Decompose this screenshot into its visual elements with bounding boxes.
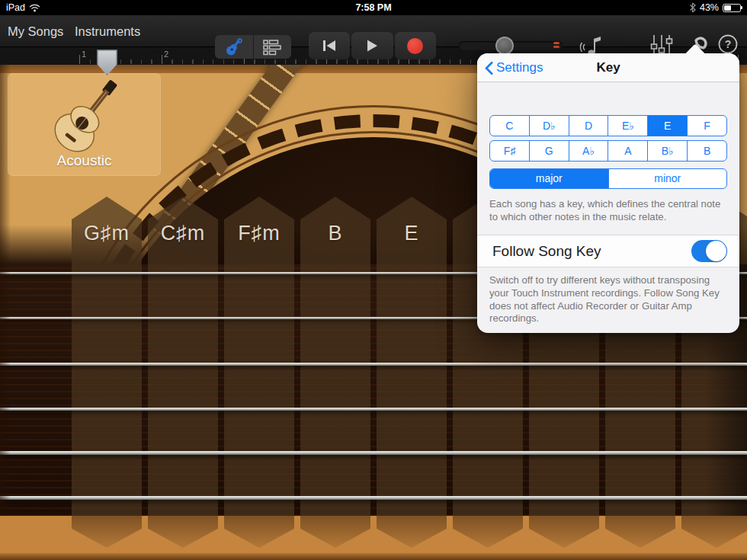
volume-slider-knob[interactable] xyxy=(495,37,514,55)
key-option-e-flat[interactable]: E♭ xyxy=(608,116,647,136)
follow-song-key-toggle-on[interactable] xyxy=(691,240,727,262)
transport-controls xyxy=(309,32,436,59)
strip-end-shadow xyxy=(148,516,218,548)
guitar-body-bottom xyxy=(0,516,747,560)
instrument-panel[interactable]: Acoustic xyxy=(8,73,161,176)
strip-end-shadow xyxy=(605,516,675,548)
acoustic-guitar-image xyxy=(39,76,130,158)
scale-option-minor[interactable]: minor xyxy=(608,169,727,188)
key-option-d-flat[interactable]: D♭ xyxy=(529,116,569,136)
chord-label: C♯m xyxy=(148,222,218,245)
chord-strip-gsharp-minor[interactable]: G♯m xyxy=(72,197,142,516)
strip-end-shadow xyxy=(377,516,447,548)
key-description: Each song has a key, which defines the c… xyxy=(489,198,727,223)
garageband-screen: iPad 7:58 PM 43% My Songs Instruments xyxy=(0,0,747,560)
key-option-b-flat[interactable]: B♭ xyxy=(647,141,687,161)
key-settings-popover: Settings Key C D♭ D E♭ E F F♯ G A♭ A B♭ … xyxy=(477,53,739,333)
battery-icon xyxy=(723,4,741,12)
svg-text:?: ? xyxy=(725,38,732,50)
tracks-view-icon xyxy=(263,39,281,56)
key-option-c[interactable]: C xyxy=(490,116,529,136)
key-option-f[interactable]: F xyxy=(687,116,726,136)
strip-end-shadow xyxy=(224,516,294,548)
rewind-button[interactable] xyxy=(309,32,350,59)
instrument-name: Acoustic xyxy=(8,152,161,169)
tracks-view-button[interactable] xyxy=(253,35,292,59)
chord-strip-csharp-minor[interactable]: C♯m xyxy=(148,197,218,516)
guitar-string-4[interactable] xyxy=(0,408,747,411)
key-option-g[interactable]: G xyxy=(529,141,569,161)
key-picker: C D♭ D E♭ E F F♯ G A♭ A B♭ B xyxy=(489,115,727,162)
chord-strip-b[interactable]: B xyxy=(300,197,370,516)
measure-label: 2 xyxy=(164,50,168,59)
play-button[interactable] xyxy=(351,32,393,59)
key-row-2: F♯ G A♭ A B♭ B xyxy=(489,140,727,162)
instruments-button[interactable]: Instruments xyxy=(75,15,140,47)
key-option-a-flat[interactable]: A♭ xyxy=(569,141,608,161)
chord-label: E xyxy=(377,222,447,245)
my-songs-button[interactable]: My Songs xyxy=(8,15,63,47)
back-to-settings-button[interactable]: Settings xyxy=(485,53,543,82)
key-option-a[interactable]: A xyxy=(608,141,647,161)
help-icon: ? xyxy=(717,34,739,55)
key-option-d[interactable]: D xyxy=(569,116,608,136)
scale-option-major-selected[interactable]: major xyxy=(490,169,608,188)
view-switcher xyxy=(215,35,291,59)
guitar-string-5[interactable] xyxy=(0,451,747,455)
strip-end-shadow xyxy=(529,516,599,548)
key-option-b[interactable]: B xyxy=(687,141,726,161)
instrument-view-button[interactable] xyxy=(215,35,253,59)
chord-label: G♯m xyxy=(72,222,142,245)
scale-picker: major minor xyxy=(489,168,727,189)
strip-end-shadow xyxy=(72,516,142,548)
play-icon xyxy=(365,39,379,53)
strip-end-shadow xyxy=(300,516,370,548)
rewind-to-start-icon xyxy=(321,39,338,53)
chord-strip-fsharp-minor[interactable]: F♯m xyxy=(224,197,294,516)
follow-song-key-label: Follow Song Key xyxy=(492,243,601,260)
record-icon xyxy=(407,38,423,54)
clock: 7:58 PM xyxy=(0,2,747,13)
key-row-1: C D♭ D E♭ E F xyxy=(489,115,727,136)
toolbar: My Songs Instruments xyxy=(0,15,747,47)
strip-end-shadow xyxy=(453,516,523,548)
toggle-knob xyxy=(706,241,726,261)
record-button[interactable] xyxy=(395,32,436,59)
follow-song-key-row: Follow Song Key xyxy=(477,235,739,267)
status-bar: iPad 7:58 PM 43% xyxy=(0,0,747,15)
volume-max-mark xyxy=(553,46,559,48)
chevron-left-icon xyxy=(485,61,494,75)
key-option-e-selected[interactable]: E xyxy=(647,116,687,136)
strip-end-shadow xyxy=(681,516,747,548)
follow-song-key-description: Switch off to try different keys without… xyxy=(489,274,727,325)
help-button[interactable]: ? xyxy=(717,34,739,55)
measure-label: 1 xyxy=(82,50,86,59)
key-option-f-sharp[interactable]: F♯ xyxy=(490,141,529,161)
guitar-string-3[interactable] xyxy=(0,363,747,366)
guitar-instrument-view-icon xyxy=(224,38,244,56)
back-label: Settings xyxy=(496,60,543,75)
volume-max-mark xyxy=(553,42,559,44)
chord-strip-e[interactable]: E xyxy=(377,197,447,516)
guitar-string-6[interactable] xyxy=(0,496,747,500)
popover-header: Settings Key xyxy=(477,53,739,82)
chord-label: B xyxy=(300,222,370,245)
bottom-edge-shadow xyxy=(0,553,747,560)
chord-label: F♯m xyxy=(224,222,294,245)
